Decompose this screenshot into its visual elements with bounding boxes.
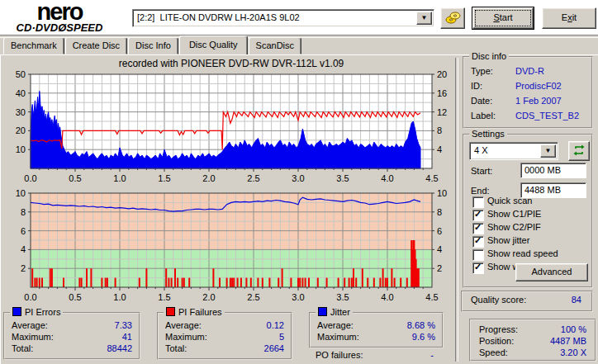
svg-text:3.0: 3.0 — [292, 173, 304, 183]
total-value: 88442 — [107, 343, 132, 353]
drive-select-value: [2:2] LITE-ON DVDRW LH-20A1S 9L02 — [137, 12, 300, 22]
checkbox-box[interactable] — [472, 223, 484, 234]
svg-text:20: 20 — [437, 70, 447, 79]
progress-value: 100 % — [561, 324, 586, 334]
avg-label: Average: — [165, 320, 202, 330]
settings-title: Settings — [469, 129, 507, 139]
quality-score-label: Quality score: — [471, 295, 526, 305]
disc-type-label: Type: — [471, 66, 493, 76]
nero-logo: nero CD·DVDØSPEED — [5, 1, 114, 33]
svg-text:1.0: 1.0 — [113, 292, 126, 302]
svg-text:0.0: 0.0 — [24, 292, 36, 302]
quality-score-value: 84 — [572, 295, 581, 305]
checkbox-box[interactable] — [472, 262, 484, 274]
position-label: Position: — [479, 336, 514, 346]
chevron-down-icon[interactable]: ▼ — [416, 12, 432, 25]
tab-scandisc[interactable]: ScanDisc — [249, 37, 301, 54]
start-button[interactable]: Start — [472, 7, 534, 29]
avg-label: Average: — [12, 320, 48, 330]
pi-failures-jitter-chart: 2468102468100.00.51.01.52.02.53.03.54.04… — [0, 189, 466, 305]
vertical-separator — [455, 58, 458, 362]
disc-icon: Ø — [58, 21, 66, 34]
position-value: 4487 MB — [550, 336, 586, 346]
checkbox-box[interactable] — [472, 249, 484, 261]
tab-disc-quality[interactable]: Disc Quality — [179, 35, 248, 54]
checkbox-box[interactable] — [472, 210, 484, 221]
tab-disc-info[interactable]: Disc Info — [128, 37, 178, 54]
avg-value: 0.12 — [267, 320, 284, 330]
svg-text:3.5: 3.5 — [336, 292, 349, 302]
svg-text:2.5: 2.5 — [247, 292, 259, 302]
tab-benchmark[interactable]: Benchmark — [3, 37, 64, 54]
eject-disc-button[interactable] — [440, 7, 465, 29]
svg-text:12: 12 — [437, 107, 447, 117]
max-value: 5 — [279, 332, 284, 342]
total-value: 2664 — [264, 343, 284, 353]
svg-text:16: 16 — [437, 88, 447, 98]
pi-failures-box: PI Failures Average: 0.12 Maximum: 5 Tot… — [157, 312, 292, 360]
svg-text:40: 40 — [16, 88, 26, 98]
tab-bar: Benchmark Create Disc Disc Info Disc Qua… — [3, 36, 302, 54]
max-label: Maximum: — [317, 332, 359, 342]
advanced-button[interactable]: Advanced — [515, 263, 588, 281]
disc-info-group: Disc info Type: DVD-R ID: ProdiscF02 Dat… — [463, 56, 593, 129]
scan-start-label: Start: — [471, 166, 492, 176]
total-label: Total: — [165, 343, 187, 353]
tab-create-disc[interactable]: Create Disc — [65, 37, 127, 54]
blue-square-icon — [318, 307, 327, 316]
svg-text:4: 4 — [437, 144, 442, 154]
svg-text:10: 10 — [437, 189, 447, 198]
svg-text:0.5: 0.5 — [69, 292, 81, 302]
disc-type-value: DVD-R — [515, 66, 544, 76]
toolbar: nero CD·DVDØSPEED [2:2] LITE-ON DVDRW LH… — [0, 0, 598, 35]
svg-text:2.0: 2.0 — [202, 173, 215, 183]
max-value: 9.6 % — [412, 332, 435, 342]
svg-text:4.0: 4.0 — [381, 173, 393, 183]
speed-value: 3.20 X — [560, 347, 586, 357]
disc-info-title: Disc info — [469, 51, 509, 61]
total-label: Total: — [12, 343, 33, 353]
max-value: 41 — [122, 332, 132, 342]
scan-speed-select[interactable]: 4 X ▼ — [469, 142, 558, 160]
svg-text:0.0: 0.0 — [24, 173, 36, 183]
svg-text:4.5: 4.5 — [425, 292, 438, 302]
svg-text:4.0: 4.0 — [381, 292, 393, 302]
refresh-button[interactable] — [568, 141, 590, 161]
jitter-legend: Jitter — [316, 307, 353, 317]
svg-text:4: 4 — [437, 244, 442, 254]
po-failures-value: - — [316, 350, 434, 360]
svg-text:50: 50 — [16, 70, 26, 79]
drive-select[interactable]: [2:2] LITE-ON DVDRW LH-20A1S 9L02 ▼ — [132, 9, 434, 27]
checkbox-box[interactable] — [472, 236, 484, 248]
exit-button[interactable]: Exit — [542, 7, 596, 29]
svg-text:8: 8 — [437, 125, 442, 135]
svg-text:4.5: 4.5 — [425, 173, 438, 183]
svg-text:3.0: 3.0 — [292, 292, 304, 302]
svg-text:10: 10 — [16, 144, 26, 154]
svg-text:2: 2 — [437, 263, 442, 273]
scan-speed-value: 4 X — [474, 145, 488, 155]
disc-id-value: ProdiscF02 — [515, 81, 562, 91]
scan-end-label: End: — [471, 186, 490, 196]
pi-errors-box: PI Errors Average: 7.33 Maximum: 41 Tota… — [3, 312, 140, 360]
svg-text:2.5: 2.5 — [247, 173, 259, 183]
max-label: Maximum: — [12, 332, 54, 342]
svg-text:2: 2 — [21, 263, 26, 273]
svg-text:2.0: 2.0 — [202, 292, 215, 302]
chart-title: recorded with PIONEER DVD-RW DVR-112L v1… — [31, 58, 432, 69]
refresh-icon — [573, 144, 585, 156]
svg-text:1.5: 1.5 — [158, 292, 170, 302]
disc-id-label: ID: — [471, 81, 482, 91]
disc-label-value: CDS_TEST_B2 — [515, 111, 579, 121]
svg-text:0.5: 0.5 — [69, 173, 81, 183]
pi-errors-legend: PI Errors — [10, 307, 63, 317]
blue-square-icon — [12, 307, 21, 316]
scan-start-input[interactable]: 0000 MB — [520, 163, 586, 178]
svg-text:30: 30 — [16, 107, 26, 117]
chevron-down-icon[interactable]: ▼ — [540, 144, 556, 158]
disc-date-value: 1 Feb 2007 — [515, 96, 562, 106]
pi-failures-legend: PI Failures — [164, 307, 225, 317]
svg-text:4: 4 — [21, 244, 26, 254]
checkbox-box[interactable] — [472, 196, 484, 208]
speed-label: Speed: — [479, 347, 508, 357]
